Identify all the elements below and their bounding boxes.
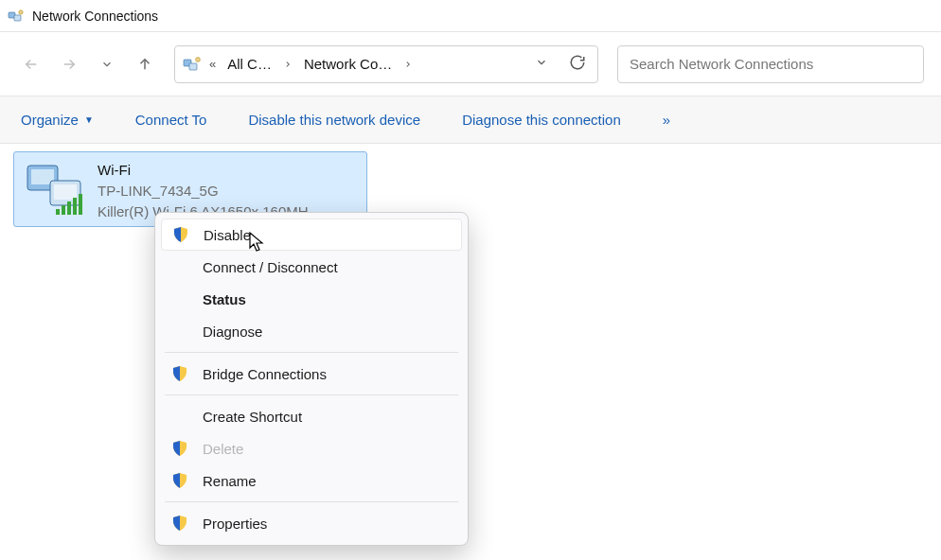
svg-rect-14 — [79, 194, 82, 215]
ctx-disable-label: Disable — [204, 227, 251, 243]
ctx-diagnose[interactable]: Diagnose — [161, 315, 462, 347]
forward-button[interactable] — [55, 48, 83, 80]
navigation-bar: « All C… Network Co… — [0, 32, 941, 96]
shield-icon — [170, 514, 189, 533]
overflow-menu[interactable]: » — [663, 112, 670, 128]
ctx-status[interactable]: Status — [161, 283, 462, 315]
breadcrumb-seg-network-connections[interactable]: Network Co… — [298, 52, 398, 76]
adapter-ssid: TP-LINK_7434_5G — [98, 181, 323, 201]
connect-to-command[interactable]: Connect To — [135, 112, 207, 128]
ctx-delete-label: Delete — [203, 441, 243, 457]
ctx-diagnose-label: Diagnose — [203, 324, 262, 340]
ctx-connect-disconnect-label: Connect / Disconnect — [203, 259, 338, 275]
svg-rect-10 — [56, 209, 60, 215]
location-icon — [181, 53, 204, 76]
command-bar: Organize ▼ Connect To Disable this netwo… — [0, 96, 941, 144]
context-menu: Disable Connect / Disconnect Status Diag… — [154, 212, 469, 546]
disable-device-command[interactable]: Disable this network device — [248, 112, 420, 128]
caret-down-icon: ▼ — [84, 114, 94, 125]
ctx-bridge[interactable]: Bridge Connections — [161, 358, 462, 390]
shield-icon — [170, 364, 189, 383]
breadcrumb-prefix: « — [205, 57, 220, 71]
separator — [165, 394, 458, 395]
separator — [165, 501, 458, 502]
up-button[interactable] — [131, 48, 159, 80]
app-icon — [8, 8, 25, 25]
svg-rect-4 — [189, 63, 197, 70]
organize-label: Organize — [21, 112, 79, 128]
back-button[interactable] — [17, 48, 45, 80]
search-input[interactable] — [630, 56, 912, 72]
shield-icon — [170, 471, 189, 490]
svg-rect-11 — [62, 205, 65, 215]
svg-rect-13 — [73, 198, 77, 215]
ctx-properties-label: Properties — [203, 516, 267, 532]
ctx-properties[interactable]: Properties — [161, 507, 462, 539]
window-title: Network Connections — [32, 9, 158, 24]
adapter-icon — [22, 160, 88, 217]
diagnose-connection-command[interactable]: Diagnose this connection — [462, 112, 621, 128]
shield-icon — [171, 225, 190, 244]
organize-menu[interactable]: Organize ▼ — [21, 112, 94, 128]
svg-rect-12 — [67, 201, 71, 215]
chevron-right-icon[interactable] — [399, 60, 417, 69]
ctx-connect-disconnect[interactable]: Connect / Disconnect — [161, 251, 462, 283]
svg-rect-1 — [14, 15, 21, 21]
ctx-disable[interactable]: Disable — [161, 219, 462, 251]
ctx-create-shortcut[interactable]: Create Shortcut — [161, 400, 462, 432]
breadcrumb-seg-all-control-panel[interactable]: All C… — [222, 52, 277, 76]
chevron-right-icon[interactable] — [279, 60, 296, 69]
svg-point-2 — [19, 9, 23, 13]
svg-point-5 — [196, 57, 201, 61]
history-dropdown-button[interactable] — [93, 48, 121, 80]
refresh-button[interactable] — [569, 54, 586, 75]
ctx-create-shortcut-label: Create Shortcut — [203, 409, 302, 425]
address-dropdown-button[interactable] — [535, 56, 548, 73]
search-box[interactable] — [617, 45, 924, 83]
content-area: Wi-Fi TP-LINK_7434_5G Killer(R) Wi-Fi 6 … — [0, 144, 941, 235]
ctx-rename[interactable]: Rename — [161, 464, 462, 497]
shield-icon — [170, 439, 189, 458]
ctx-bridge-label: Bridge Connections — [203, 366, 327, 382]
separator — [165, 352, 458, 353]
title-bar: Network Connections — [0, 0, 941, 32]
adapter-name: Wi-Fi — [98, 160, 323, 181]
address-bar[interactable]: « All C… Network Co… — [174, 45, 598, 83]
svg-rect-9 — [54, 184, 77, 200]
ctx-delete: Delete — [161, 432, 462, 464]
ctx-rename-label: Rename — [203, 473, 257, 489]
ctx-status-label: Status — [203, 291, 246, 307]
